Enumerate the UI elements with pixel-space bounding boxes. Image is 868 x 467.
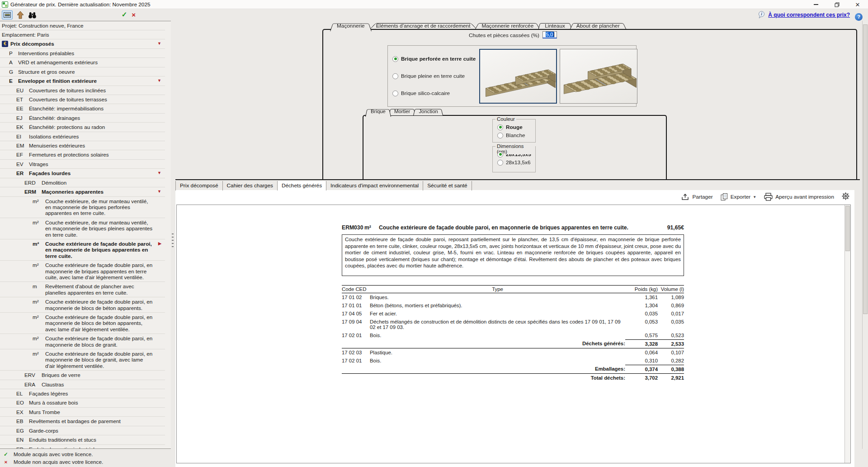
brick-type-radio[interactable]: Brique silico-calcaire: [392, 90, 478, 96]
item-code: ERM030: [342, 224, 364, 231]
tree-item-label: Briques de verre: [42, 372, 154, 378]
waste-code: 17 04 05: [342, 310, 370, 318]
radio-label: Brique pleine en terre cuite: [401, 73, 465, 79]
waste-row: 17 02 01Bois.0,3100,282: [342, 357, 684, 365]
tree-item[interactable]: AVRD et aménagements extérieurs: [0, 58, 165, 67]
tree-item-label: Façades lourdes: [29, 170, 154, 176]
radio-label: Rouge: [506, 124, 523, 130]
results-tab-d-chets-g-n-r-s[interactable]: Déchets générés: [278, 181, 326, 191]
results-tab-indicateurs-d-impact-environnemental[interactable]: Indicateurs d'impact environnemental: [326, 181, 423, 191]
tree-item-code: G: [9, 69, 18, 75]
price-explanation-link[interactable]: À quoi correspondent ces prix?: [768, 12, 850, 18]
tab-ma-onnerie[interactable]: Maçonnerie: [330, 22, 372, 30]
tree-item[interactable]: EGGarde-corps: [0, 426, 165, 435]
tree-item[interactable]: m²Couche extérieure, de mur manteau vent…: [0, 218, 165, 239]
tree-item[interactable]: EVVitrages: [0, 160, 165, 169]
tree-item[interactable]: ELFaçades légères: [0, 389, 165, 398]
radio-icon: [497, 152, 503, 157]
detail-view-icon[interactable]: [2, 10, 13, 19]
tree-item[interactable]: m²Couche extérieure de façade double par…: [0, 334, 165, 349]
close-button[interactable]: ✕: [847, 0, 868, 9]
waste-perc: input[interactable]: 5,0: [542, 31, 557, 38]
col-code-ced: Code CED: [342, 285, 370, 293]
accept-icon[interactable]: ✓: [122, 10, 127, 19]
brick-type-radio[interactable]: Brique perforée en terre cuite: [392, 56, 478, 62]
color-radio[interactable]: Rouge: [493, 123, 535, 131]
waste-volume: 0,523: [658, 331, 684, 340]
restore-button[interactable]: [826, 0, 847, 9]
tab-label: Jonction: [419, 109, 438, 114]
brick-type-radio[interactable]: Brique pleine en terre cuite: [392, 73, 478, 79]
document-area: Partager Exporter ▼ Aperçu avant impress…: [175, 190, 854, 467]
tree-item[interactable]: EJÉtanchéité: drainages: [0, 114, 165, 123]
settings-button[interactable]: [841, 192, 850, 202]
results-tab-prix-d-compos-[interactable]: Prix décomposé: [175, 181, 223, 191]
subtab-brique[interactable]: Brique: [365, 108, 391, 115]
color-radio[interactable]: Blanche: [493, 131, 535, 139]
tree-item-code: ERD: [24, 180, 42, 186]
tree-item[interactable]: ERMMaçonneries apparentes▼: [0, 187, 165, 196]
tree-item[interactable]: EEnveloppe et finition extérieure▼: [0, 76, 165, 86]
tab-label: Maçonnerie: [337, 23, 365, 29]
tree-item[interactable]: ETCouvertures de toitures terrasses: [0, 95, 165, 104]
document-scrollbar[interactable]: [844, 205, 850, 463]
tree-item-code: EB: [16, 418, 29, 424]
minimize-button[interactable]: [806, 0, 826, 9]
up-level-icon[interactable]: [16, 11, 24, 19]
tree-item[interactable]: m²Couche extérieure, de mur manteau vent…: [0, 197, 165, 218]
radio-label: 28x13,5x6: [506, 159, 530, 166]
col-poids: Poids (kg): [625, 285, 658, 293]
tree-item[interactable]: m²Couche extérieure de façade double par…: [0, 297, 165, 313]
help-button[interactable]: ?: [855, 13, 863, 21]
tree-item[interactable]: ERVBriques de verre: [0, 371, 165, 380]
tree-item[interactable]: EIIsolations extérieures: [0, 132, 165, 141]
tree-item[interactable]: EDEnduits de mortier industriel: [0, 445, 165, 449]
radio-label: Brique perforée en terre cuite: [401, 56, 476, 62]
subtab-jonction[interactable]: Jonction: [413, 108, 443, 115]
tree-item[interactable]: ENEnduits traditionnels et stucs: [0, 435, 165, 444]
waste-volume: 0,107: [658, 348, 684, 357]
tree-item-selected[interactable]: m²Couche extérieure de façade double par…: [0, 239, 165, 261]
tree-item[interactable]: mRevêtement d'about de plancher avec pla…: [0, 282, 165, 297]
document-scrollbar-thumb[interactable]: [845, 206, 850, 251]
tree-item[interactable]: EEÉtanchéité: imperméabilisations: [0, 104, 165, 113]
export-button[interactable]: Exporter ▼: [720, 193, 757, 201]
subtotal-weight: 3,702: [625, 373, 658, 382]
tree-item[interactable]: EXMurs Trombe: [0, 408, 165, 417]
tree-item[interactable]: EKÉtanchéité: protections au radon: [0, 123, 165, 132]
tree-item[interactable]: m²Couche extérieure de façade double par…: [0, 261, 165, 282]
tree-item[interactable]: m²Couche extérieure de façade double par…: [0, 313, 165, 334]
tree-item[interactable]: EFFermetures et protections solaires: [0, 150, 165, 159]
tree-item-label: Revêtement d'about de plancher avec plan…: [45, 283, 154, 295]
print-preview-button[interactable]: Aperçu avant impression: [764, 193, 834, 201]
tree-item[interactable]: ERAClaustras: [0, 380, 165, 389]
tree-item[interactable]: EOMurs à ossature bois: [0, 398, 165, 407]
tree-item[interactable]: ERDDémolition: [0, 178, 165, 187]
share-button[interactable]: Partager: [681, 193, 712, 201]
tree-item[interactable]: m²Couche extérieure de façade double par…: [0, 349, 165, 371]
dimension-radio[interactable]: 28x13,5x6: [493, 158, 535, 167]
brick-preview-alt[interactable]: [560, 49, 637, 104]
waste-row: 17 02 03Plastique.0,0640,107: [342, 348, 684, 357]
search-binoculars-icon[interactable]: [28, 11, 37, 19]
tree-item[interactable]: €Prix décomposés▼: [0, 39, 165, 49]
component-tab-strip: BriqueMortierJonction: [365, 108, 441, 115]
report-page: ERM030 m² Couche extérieure de façade do…: [176, 205, 851, 463]
tree-item[interactable]: ERFaçades lourdes▼: [0, 169, 165, 178]
tree-item[interactable]: EUCouvertures de toitures inclinées: [0, 86, 165, 95]
tree-item[interactable]: EBRevêtements et bardages de parement: [0, 417, 165, 426]
cancel-icon[interactable]: ×: [132, 11, 136, 19]
waste-volume: 0,035: [658, 318, 684, 331]
waste-weight: 0,310: [625, 357, 658, 365]
tree-item[interactable]: EMMenuiseries extérieures: [0, 141, 165, 150]
tree-item-code: ERV: [24, 372, 42, 378]
restore-icon: [835, 2, 840, 7]
col-type: Type: [370, 285, 625, 293]
tree-item[interactable]: GStructure et gros oeuvre: [0, 67, 165, 76]
tree-item[interactable]: PInterventions préalables: [0, 49, 165, 58]
results-tab-s-curit-et-sant-[interactable]: Sécurité et santé: [423, 181, 472, 191]
waste-value: 5,0: [546, 32, 554, 37]
brick-preview-selected[interactable]: [479, 49, 557, 104]
subtab-mortier[interactable]: Mortier: [389, 108, 415, 115]
results-tab-cahier-des-charges[interactable]: Cahier des charges: [223, 181, 278, 191]
